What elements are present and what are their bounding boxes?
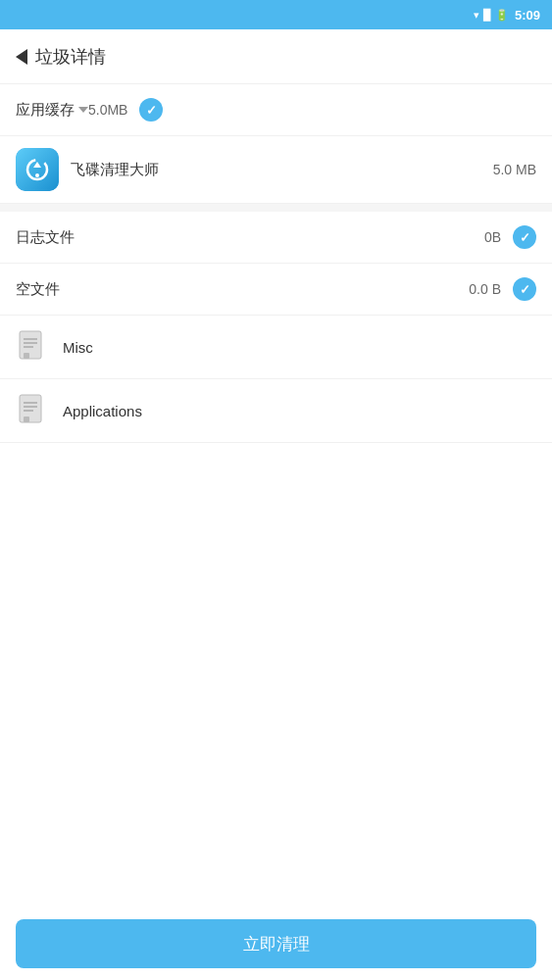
svg-rect-4	[20, 331, 41, 359]
empty-files-section: 空文件 0.0 B	[0, 264, 552, 316]
app-name: 飞碟清理大师	[71, 161, 493, 179]
log-files-check[interactable]	[513, 225, 536, 249]
back-button[interactable]	[16, 49, 27, 65]
app-cache-check[interactable]	[139, 98, 163, 122]
page-title: 垃圾详情	[35, 45, 106, 69]
app-cache-section: 应用缓存 5.0MB 飞碟清理大师 5.0 MB	[0, 84, 552, 204]
bottom-button-container: 立即清理	[0, 907, 552, 980]
misc-file-icon	[16, 329, 51, 365]
list-section: Misc Applications	[0, 316, 552, 443]
app-cache-size: 5.0MB	[88, 102, 127, 118]
battery-icon: 🔋	[495, 9, 509, 22]
signal-icon: ▉	[483, 9, 491, 22]
svg-rect-15	[24, 416, 29, 422]
header: 垃圾详情	[0, 29, 552, 84]
svg-rect-9	[24, 353, 29, 359]
app-icon	[16, 148, 59, 191]
empty-files-size: 0.0 B	[469, 281, 501, 297]
empty-files-check[interactable]	[513, 277, 536, 301]
empty-files-label: 空文件	[16, 280, 469, 299]
applications-file-icon	[16, 393, 51, 428]
status-bar: ▾ ▉ 🔋 5:09	[0, 0, 552, 29]
app-item-row: 飞碟清理大师 5.0 MB	[0, 136, 552, 204]
app-cache-label: 应用缓存	[16, 101, 75, 120]
log-files-section: 日志文件 0B	[0, 212, 552, 264]
status-icons: ▾ ▉ 🔋	[474, 9, 509, 22]
category-dropdown[interactable]: 应用缓存	[16, 101, 88, 120]
log-files-size: 0B	[484, 229, 501, 245]
applications-label: Applications	[63, 403, 142, 419]
log-files-label: 日志文件	[16, 228, 484, 247]
list-item-misc[interactable]: Misc	[0, 316, 552, 379]
divider-1	[0, 204, 552, 212]
back-arrow-icon	[16, 49, 27, 65]
svg-rect-0	[16, 148, 59, 191]
app-cache-row[interactable]: 应用缓存 5.0MB	[0, 84, 552, 136]
misc-label: Misc	[63, 339, 93, 356]
chevron-down-icon	[78, 107, 88, 113]
wifi-icon: ▾	[474, 9, 479, 22]
list-item-applications[interactable]: Applications	[0, 379, 552, 443]
clean-button[interactable]: 立即清理	[16, 919, 536, 968]
status-time: 5:09	[515, 8, 540, 23]
app-size: 5.0 MB	[493, 162, 536, 177]
svg-rect-10	[20, 395, 41, 422]
log-files-row[interactable]: 日志文件 0B	[0, 212, 552, 264]
empty-files-row[interactable]: 空文件 0.0 B	[0, 264, 552, 316]
svg-point-3	[35, 173, 39, 177]
